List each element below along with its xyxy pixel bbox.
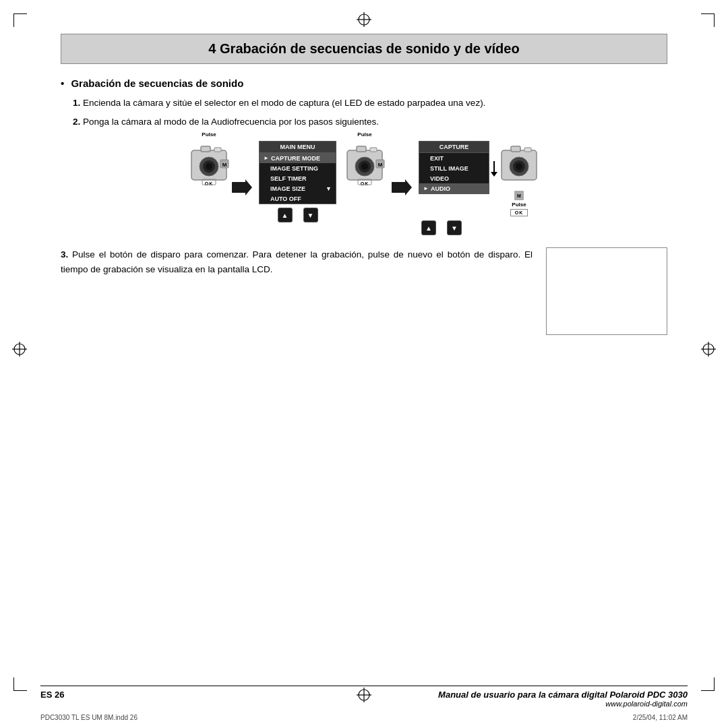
corner-mark-bl	[13, 677, 27, 691]
manual-title: Manual de usuario para la cámara digital…	[438, 690, 688, 700]
capture-item-2: VIDEO	[419, 173, 489, 183]
diagram-area: Pulse M	[61, 141, 667, 235]
camera-1-group: Pulse M	[189, 141, 229, 194]
svg-text:M: M	[378, 162, 383, 168]
menu-left-item-1: IMAGE SETTING	[260, 163, 336, 173]
up-button-left: ▲	[278, 208, 293, 222]
m-badge-3: M	[514, 191, 524, 200]
svg-rect-38	[511, 146, 520, 152]
ok-label-3: OK	[510, 209, 528, 216]
step3-image-placeholder	[546, 247, 667, 335]
print-info-left: PDC3030 TL ES UM 8M.indd 26	[40, 714, 138, 721]
camera-3-group: M Pulse OK	[499, 141, 539, 216]
camera-1-svg: M OK	[189, 141, 229, 189]
step-1-text: 1. Encienda la cámara y sitúe el selecto…	[73, 96, 667, 111]
footer-content: ES 26 Manual de usuario para la cámara d…	[40, 690, 688, 708]
crosshair-top	[357, 12, 371, 27]
footer-line	[40, 686, 688, 686]
arrow-1	[232, 179, 252, 198]
subsection-title: • Grabación de secuencias de sonido	[61, 78, 667, 89]
down-button-right: ▼	[447, 220, 462, 235]
nav-buttons-right: ▲ ▼	[415, 220, 462, 235]
menu-left-item-2: SELF TIMER	[260, 173, 336, 183]
menu-arrow-icon: ►	[264, 155, 269, 161]
up-button-right: ▲	[421, 220, 436, 235]
capture-menu-box: CAPTURE EXIT STILL IMAGE VIDEO ► AUDIO	[419, 141, 489, 194]
menu-left-item-0: ► CAPTURE MODE	[260, 153, 336, 163]
footer-right: Manual de usuario para la cámara digital…	[438, 690, 688, 708]
camera-2-group: Pulse M OK	[344, 141, 385, 194]
step-1-number: 1.	[73, 98, 80, 108]
step-3-text: 3. Pulse el botón de disparo para comenz…	[61, 247, 533, 335]
svg-point-37	[516, 163, 522, 170]
svg-text:OK: OK	[205, 181, 214, 186]
svg-text:OK: OK	[361, 181, 369, 186]
step-2-text: 2. Ponga la cámara al modo de la Audiofr…	[73, 115, 667, 129]
capture-header: CAPTURE	[419, 142, 489, 153]
svg-marker-33	[392, 179, 412, 195]
down-arrow-line	[493, 161, 495, 172]
crosshair-left	[12, 342, 27, 357]
nav-buttons-left: ▲ ▼	[278, 208, 318, 222]
corner-mark-tr	[701, 13, 715, 27]
svg-rect-16	[201, 146, 210, 152]
step-2-number: 2.	[73, 117, 80, 127]
down-arrow-group	[491, 161, 497, 177]
bullet-icon: •	[61, 78, 64, 89]
svg-rect-28	[370, 148, 377, 152]
page: 4 Grabación de secuencias de sonido y de…	[0, 0, 728, 728]
crosshair-right	[701, 342, 716, 357]
right-menu-cam: CAPTURE EXIT STILL IMAGE VIDEO ► AUDIO	[415, 141, 539, 216]
menu-left-header: MAIN MENU	[260, 142, 336, 153]
audio-arrow-icon: ►	[423, 185, 429, 191]
svg-rect-39	[524, 148, 531, 152]
menu-left-box: MAIN MENU ► CAPTURE MODE IMAGE SETTING S…	[259, 141, 336, 204]
step-3-number: 3.	[61, 249, 68, 260]
menu-left-item-3: IMAGE SIZE▼	[260, 183, 336, 193]
menu-left-item-4: AUTO OFF	[260, 193, 336, 204]
footer-url: www.polaroid-digital.com	[438, 700, 688, 708]
capture-item-3: ► AUDIO	[419, 183, 489, 193]
camera-3-svg	[499, 141, 539, 189]
corner-mark-br	[701, 677, 715, 691]
arrow-2	[392, 179, 412, 198]
section-title: 4 Grabación de secuencias de sonido y de…	[61, 34, 667, 64]
print-info: PDC3030 TL ES UM 8M.indd 26 2/25/04, 11:…	[40, 714, 688, 721]
svg-rect-17	[214, 148, 221, 152]
svg-text:M: M	[222, 162, 227, 168]
svg-marker-22	[232, 179, 252, 195]
pulse-label-3: Pulse	[512, 202, 526, 208]
footer: ES 26 Manual de usuario para la cámara d…	[40, 686, 688, 708]
down-arrow-tri	[491, 172, 497, 177]
pulse-label-2: Pulse	[357, 131, 371, 138]
svg-point-15	[206, 163, 212, 170]
main-content: 4 Grabación de secuencias de sonido y de…	[40, 34, 688, 335]
step3-area: 3. Pulse el botón de disparo para comenz…	[61, 247, 667, 335]
capture-item-1: STILL IMAGE	[419, 163, 489, 173]
page-number: ES 26	[40, 690, 64, 700]
capture-item-0: EXIT	[419, 153, 489, 163]
corner-mark-tl	[13, 13, 27, 27]
camera-2-svg: M OK	[344, 141, 385, 189]
down-button-left: ▼	[303, 208, 318, 222]
right-section: CAPTURE EXIT STILL IMAGE VIDEO ► AUDIO	[415, 141, 539, 235]
print-info-right: 2/25/04, 11:02 AM	[633, 714, 688, 721]
svg-rect-27	[357, 146, 366, 152]
pulse-label-1: Pulse	[202, 131, 216, 138]
menu-left-group: MAIN MENU ► CAPTURE MODE IMAGE SETTING S…	[255, 141, 340, 222]
svg-point-26	[361, 163, 368, 170]
